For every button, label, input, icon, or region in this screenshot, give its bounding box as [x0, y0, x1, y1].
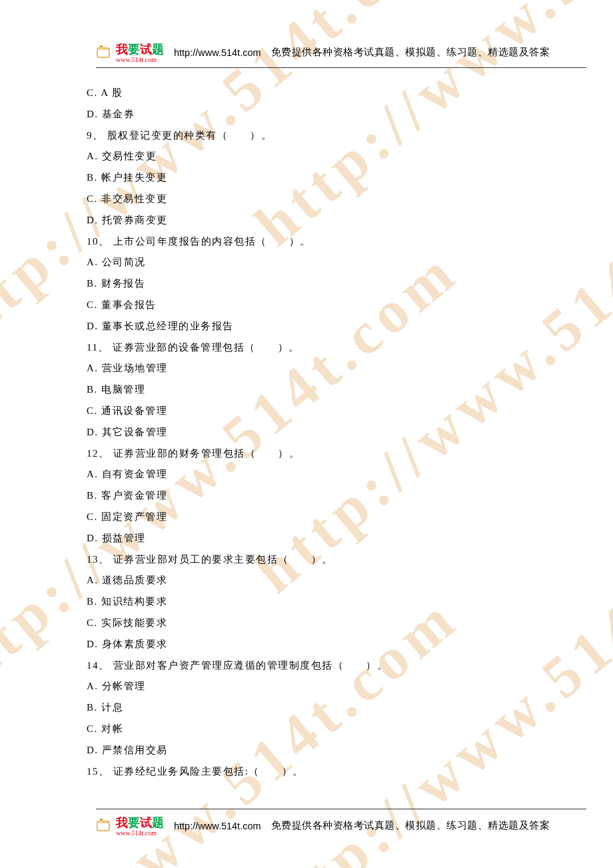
header-description: 免费提供各种资格考试真题、模拟题、练习题、精选题及答案 [271, 46, 550, 59]
text-line: D. 身体素质要求 [87, 634, 573, 655]
page-content: 我要试题 www.514t.com http://www.514t.com 免费… [0, 0, 613, 867]
header-url: http://www.514t.com [174, 47, 261, 58]
text-line: C. 对帐 [87, 719, 573, 740]
text-line: C. 固定资产管理 [87, 507, 573, 528]
text-line: B. 知识结构要求 [87, 591, 573, 613]
text-line: D. 托管券商变更 [87, 210, 573, 231]
text-line: 10、 上市公司年度报告的内容包括（ ）。 [87, 231, 573, 253]
text-line: 15、 证券经纪业务风险主要包括:（ ）。 [87, 761, 573, 783]
logo-subtext: www.514t.com [116, 56, 164, 63]
text-line: 12、 证券营业部的财务管理包括（ ）。 [87, 443, 573, 465]
logo-text: 我要试题 [116, 816, 164, 829]
text-line: D. 董事长或总经理的业务报告 [87, 316, 573, 337]
text-line: D. 严禁信用交易 [87, 740, 573, 761]
document-body: C. A 股 D. 基金券 9、 股权登记变更的种类有（ ）。 A. 交易性变更… [87, 83, 573, 782]
logo-icon [96, 45, 113, 60]
footer-description: 免费提供各种资格考试真题、模拟题、练习题、精选题及答案 [271, 819, 550, 832]
text-line: A. 自有资金管理 [87, 464, 573, 485]
logo-subtext: www.514t.com [116, 829, 164, 837]
text-line: B. 客户资金管理 [87, 485, 573, 507]
site-logo: 我要试题 www.514t.com [96, 41, 164, 63]
text-line: B. 计息 [87, 697, 573, 719]
logo-icon [96, 819, 113, 833]
text-line: 14、 营业部对客户资产管理应遵循的管理制度包括（ ）。 [87, 655, 573, 677]
text-line: A. 道德品质要求 [87, 570, 573, 591]
text-line: C. 非交易性变更 [87, 189, 573, 210]
text-line: D. 基金券 [87, 104, 573, 125]
text-line: B. 财务报告 [87, 273, 573, 295]
site-logo: 我要试题 www.514t.com [96, 815, 164, 837]
footer-url: http://www.514t.com [174, 821, 261, 831]
logo-text: 我要试题 [116, 43, 164, 56]
text-line: C. 董事会报告 [87, 295, 573, 316]
text-line: 11、 证券营业部的设备管理包括（ ）。 [87, 337, 573, 359]
text-line: C. 实际技能要求 [87, 613, 573, 634]
text-line: B. 帐户挂失变更 [87, 167, 573, 189]
page-header: 我要试题 www.514t.com http://www.514t.com 免费… [96, 41, 586, 68]
text-line: A. 分帐管理 [87, 676, 573, 697]
text-line: C. 通讯设备管理 [87, 401, 573, 422]
text-line: A. 营业场地管理 [87, 358, 573, 379]
text-line: B. 电脑管理 [87, 379, 573, 401]
page-footer: 我要试题 www.514t.com http://www.514t.com 免费… [96, 809, 586, 841]
text-line: 9、 股权登记变更的种类有（ ）。 [87, 125, 573, 147]
text-line: D. 其它设备管理 [87, 422, 573, 443]
text-line: A. 公司简况 [87, 252, 573, 273]
text-line: 13、 证券营业部对员工的要求主要包括（ ）。 [87, 549, 573, 571]
text-line: D. 损益管理 [87, 528, 573, 549]
text-line: A. 交易性变更 [87, 146, 573, 167]
text-line: C. A 股 [87, 83, 573, 104]
